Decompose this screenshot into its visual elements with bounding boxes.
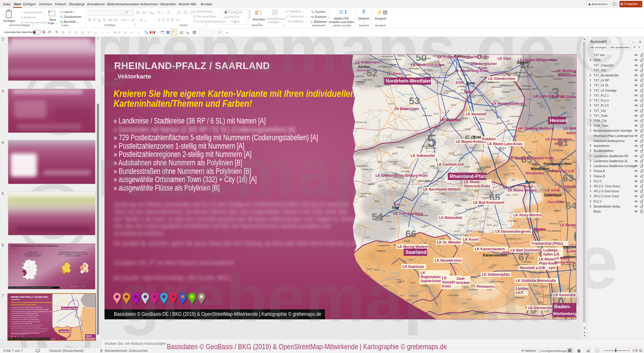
svg-text:52634: 52634 (378, 85, 383, 87)
svg-text:66860: 66860 (439, 238, 444, 240)
svg-text:35540: 35540 (565, 99, 571, 101)
svg-text:Nümbrecht: Nümbrecht (492, 86, 502, 88)
svg-text:Kirchberg: Kirchberg (509, 220, 518, 222)
svg-text:76858: 76858 (537, 301, 542, 303)
svg-text:Elsdorf: Elsdorf (507, 85, 514, 87)
svg-text:LK Donnersbergkreis: LK Donnersbergkreis (495, 229, 531, 234)
svg-text:67206: 67206 (464, 286, 469, 288)
svg-text:55608: 55608 (434, 199, 439, 201)
svg-text:52435: 52435 (435, 125, 440, 127)
svg-text:55220: 55220 (458, 154, 463, 156)
svg-text:53555: 53555 (457, 78, 462, 80)
svg-text:54440: 54440 (438, 177, 443, 179)
svg-text:56658: 56658 (508, 123, 513, 125)
svg-text:Jülich: Jülich (443, 80, 449, 82)
svg-text:Boppard: Boppard (502, 91, 510, 93)
svg-text:65861: 65861 (527, 151, 532, 153)
svg-text:65604: 65604 (532, 141, 537, 143)
svg-text:56046: 56046 (449, 152, 454, 154)
svg-text:LK Neunkirchen: LK Neunkirchen (435, 258, 462, 263)
svg-text:Trier: Trier (393, 203, 400, 206)
svg-text:Ransbach: Ransbach (423, 114, 432, 116)
svg-text:LK Germersheim: LK Germersheim (528, 306, 556, 310)
svg-text:kreis: kreis (555, 142, 563, 146)
svg-text:35641: 35641 (537, 102, 542, 104)
svg-text:55306: 55306 (405, 167, 410, 169)
svg-text:52988: 52988 (382, 54, 387, 55)
svg-text:LK Rhein-Erft-Kreis: LK Rhein-Erft-Kreis (411, 63, 444, 67)
svg-text:Büchenbeuren: Büchenbeuren (418, 180, 432, 182)
svg-text:LK Marburg-: LK Marburg- (556, 69, 576, 73)
svg-text:LK Trier-Saarburg: LK Trier-Saarburg (393, 212, 423, 216)
svg-text:LK St. Wendel: LK St. Wendel (437, 240, 460, 244)
svg-text:54221: 54221 (513, 194, 518, 196)
svg-text:55825: 55825 (437, 171, 442, 173)
svg-text:LK Kaiserslautern: LK Kaiserslautern (475, 247, 505, 251)
svg-text:54309: 54309 (424, 203, 429, 205)
svg-text:66448: 66448 (365, 275, 370, 277)
svg-text:54497: 54497 (411, 179, 416, 181)
svg-text:Gau-Algesheim: Gau-Algesheim (547, 230, 561, 232)
svg-text:Homburg: Homburg (401, 170, 410, 173)
svg-text:aukreis: aukreis (566, 131, 576, 135)
svg-text:LK: LK (421, 271, 425, 275)
svg-text:67115: 67115 (466, 298, 472, 300)
svg-text:Zülpich: Zülpich (421, 285, 428, 287)
svg-text:LK Rhein-: LK Rhein- (464, 180, 481, 184)
svg-text:54350: 54350 (390, 228, 395, 230)
svg-text:Neckar-Kreis: Neckar-Kreis (555, 261, 575, 264)
svg-text:Bendorf: Bendorf (499, 147, 506, 149)
svg-text:35782: 35782 (528, 73, 533, 75)
svg-text:Siegburg: Siegburg (535, 76, 543, 78)
svg-text:66: 66 (405, 228, 417, 239)
svg-text:55433: 55433 (400, 204, 406, 206)
svg-text:54549: 54549 (472, 218, 478, 220)
svg-text:35729: 35729 (574, 107, 576, 109)
svg-text:Rheinland-Pfalz: Rheinland-Pfalz (62, 307, 78, 309)
svg-text:54940: 54940 (487, 224, 492, 226)
svg-text:Montabaur: Montabaur (481, 166, 491, 168)
svg-text:66172: 66172 (411, 282, 416, 284)
svg-text:67669: 67669 (540, 296, 545, 298)
svg-text:35919: 35919 (527, 98, 532, 100)
svg-text:66192: 66192 (378, 241, 383, 243)
svg-text:Saarbrücken: Saarbrücken (421, 279, 442, 283)
svg-text:56420: 56420 (386, 221, 392, 223)
svg-text:65148: 65148 (540, 189, 545, 191)
svg-text:LK Olpe: LK Olpe (498, 56, 511, 61)
svg-text:Wesseling: Wesseling (363, 79, 372, 81)
svg-text:Oppenheim: Oppenheim (361, 193, 371, 195)
svg-text:Völklingen: Völklingen (388, 161, 398, 163)
svg-text:Biedenkopf: Biedenkopf (558, 73, 576, 77)
svg-text:Hunsrück-Kreis: Hunsrück-Kreis (464, 184, 490, 188)
svg-text:76756: 76756 (574, 289, 576, 291)
svg-text:Pirmasens: Pirmasens (477, 285, 494, 289)
svg-text:52800: 52800 (389, 103, 394, 105)
svg-text:53457: 53457 (460, 59, 465, 61)
svg-text:Ludwigs-: Ludwigs- (543, 248, 559, 252)
svg-text:Bad Laasphe: Bad Laasphe (482, 81, 494, 83)
svg-text:Rheinbach: Rheinbach (458, 66, 468, 68)
svg-text:56504: 56504 (477, 128, 482, 131)
svg-text:54902: 54902 (423, 193, 428, 195)
svg-text:Frankenthal: Frankenthal (445, 90, 456, 92)
svg-text:53219: 53219 (510, 89, 515, 91)
svg-text:LK Saarlouis: LK Saarlouis (402, 265, 424, 269)
svg-text:Hermeskeil: Hermeskeil (448, 294, 459, 296)
svg-text:Ingelheim: Ingelheim (355, 75, 364, 78)
svg-text:Rennerod: Rennerod (469, 289, 478, 291)
svg-text:Monschau: Monschau (553, 149, 563, 151)
svg-text:53: 53 (409, 95, 420, 106)
svg-text:Kirn: Kirn (393, 163, 397, 165)
svg-text:54551: 54551 (506, 194, 511, 196)
svg-text:Winnweiler: Winnweiler (515, 297, 525, 299)
svg-text:56591: 56591 (441, 193, 446, 195)
svg-text:LK Bad Dürkheim: LK Bad Dürkheim (511, 248, 540, 252)
svg-text:Nordrhein-Westfalen: Nordrhein-Westfalen (386, 78, 432, 83)
svg-text:Wörth: Wörth (532, 88, 537, 90)
svg-text:56258: 56258 (479, 118, 484, 120)
svg-text:Solms: Solms (446, 313, 451, 315)
svg-text:Ludwigs-: Ludwigs- (566, 249, 576, 253)
svg-text:64112: 64112 (540, 236, 545, 238)
svg-text:66663: 66663 (401, 260, 406, 262)
